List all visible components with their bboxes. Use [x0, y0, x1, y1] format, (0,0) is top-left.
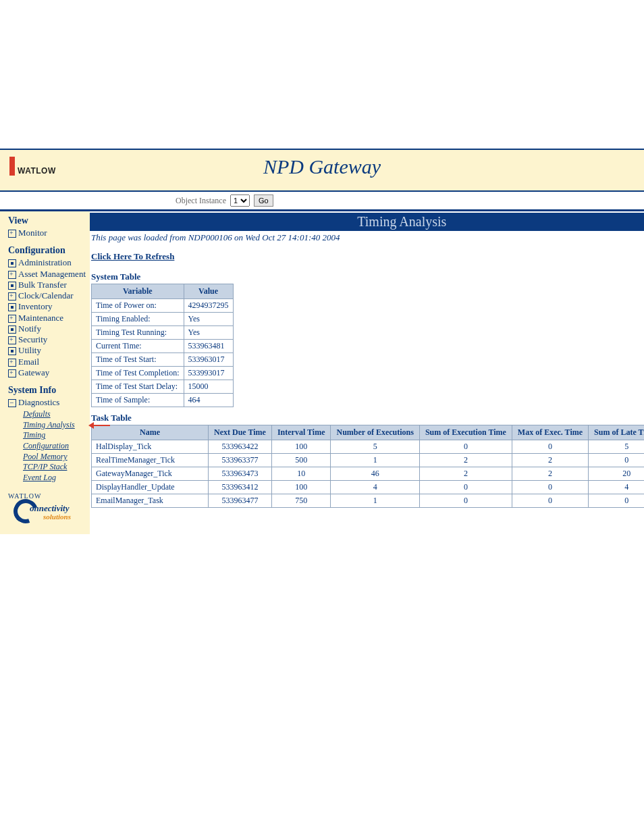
object-instance-select[interactable]: 1: [230, 194, 250, 207]
table-row: RealTimeManager_Tick53396337750012200.43…: [92, 454, 644, 467]
sidebar-item-administration[interactable]: Administration: [8, 257, 86, 268]
tree-minus-icon: [8, 399, 16, 407]
system-col-value: Value: [184, 284, 233, 299]
diagnostics-sub-tcp-ip-stack[interactable]: TCP/IP Stack: [23, 462, 86, 473]
task-next-due: 533963422: [209, 440, 272, 454]
task-sum-late: 4: [589, 481, 644, 494]
sidebar-item-maintenance[interactable]: Maintenance: [8, 313, 86, 323]
task-sum-exec: 0: [419, 494, 512, 508]
task-sum-late: 0: [589, 494, 644, 508]
table-row: Timing Enabled:Yes: [92, 313, 234, 326]
task-max-exec: 2: [512, 454, 588, 467]
task-next-due: 533963377: [209, 454, 272, 467]
system-variable: Time of Power on:: [92, 299, 184, 313]
system-value: Yes: [184, 326, 233, 340]
task-sum-exec: 2: [419, 467, 512, 481]
table-row: Time of Sample:464: [92, 394, 234, 407]
task-interval: 100: [271, 440, 331, 454]
tree-plus-icon: [8, 271, 16, 279]
system-col-variable: Variable: [92, 284, 184, 299]
task-name: GatewayManager_Tick: [92, 467, 209, 481]
sidebar-item-bulk-transfer[interactable]: Bulk Transfer: [8, 280, 86, 290]
system-value: 464: [184, 394, 233, 407]
system-table-heading: System Table: [91, 271, 644, 282]
refresh-link[interactable]: Click Here To Refresh: [91, 251, 174, 261]
task-col-sum-exec: Sum of Execution Time: [419, 425, 512, 440]
sidebar-item-label: Clock/Calendar: [18, 290, 74, 301]
task-executions: 5: [331, 440, 419, 454]
sidebar-item-monitor[interactable]: Monitor: [8, 228, 86, 238]
tree-plus-icon: [8, 230, 16, 238]
sidebar-item-notify[interactable]: Notify: [8, 323, 86, 334]
task-sum-exec: 0: [419, 481, 512, 494]
tree-plus-icon: [8, 292, 16, 301]
object-instance-bar: Object Instance 1 Go: [0, 192, 644, 211]
task-table: Name Next Due Time Interval Time Number …: [91, 425, 644, 508]
system-variable: Timing Test Running:: [92, 326, 184, 340]
task-col-next-due: Next Due Time: [209, 425, 272, 440]
sidebar-heading-configuration: Configuration: [8, 245, 86, 256]
sidebar-item-label: Security: [18, 334, 47, 344]
table-row: Time of Power on:4294937295: [92, 299, 234, 313]
task-next-due: 533963477: [209, 494, 272, 508]
system-variable: Time of Sample:: [92, 394, 184, 407]
sidebar-item-label: Gateway: [18, 367, 49, 377]
task-sum-late: 5: [589, 440, 644, 454]
sidebar-item-clock-calendar[interactable]: Clock/Calendar: [8, 290, 86, 301]
system-value: 533963017: [184, 353, 233, 367]
table-row: Timing Test Running:Yes: [92, 326, 234, 340]
tree-plus-icon: [8, 315, 16, 323]
sidebar-item-email[interactable]: Email: [8, 357, 86, 367]
sidebar-item-asset-management[interactable]: Asset Management: [8, 269, 86, 280]
sidebar-item-label: Maintenance: [18, 313, 63, 323]
sidebar-item-inventory[interactable]: Inventory: [8, 301, 86, 312]
task-sum-exec: 2: [419, 454, 512, 467]
sidebar-item-label: Email: [18, 357, 39, 367]
system-value: Yes: [184, 313, 233, 326]
diagnostics-sub-defaults[interactable]: Defaults: [23, 409, 86, 420]
current-page-arrow-icon: [91, 423, 110, 428]
go-button[interactable]: Go: [254, 194, 273, 207]
sidebar-item-gateway[interactable]: Gateway: [8, 367, 86, 378]
task-interval: 500: [271, 454, 331, 467]
task-table-heading: Task Table: [91, 413, 644, 423]
diagnostics-sub-timing-analysis[interactable]: Timing Analysis: [23, 420, 86, 431]
tree-plus-icon: [8, 359, 16, 367]
task-next-due: 533963412: [209, 481, 272, 494]
sidebar-item-label: Asset Management: [18, 269, 86, 279]
object-instance-label: Object Instance: [176, 196, 226, 206]
task-col-executions: Number of Executions: [331, 425, 419, 440]
connectivity-text-2: solutions: [43, 513, 71, 521]
header-banner: WATLOW NPD Gateway: [0, 149, 644, 192]
sidebar-item-label: Bulk Transfer: [18, 280, 67, 290]
task-max-exec: 2: [512, 467, 588, 481]
task-executions: 4: [331, 481, 419, 494]
diagnostics-sub-pool-memory[interactable]: Pool Memory: [23, 452, 86, 463]
task-name: DisplayHandler_Update: [92, 481, 209, 494]
sidebar: View Monitor Configuration Administratio…: [0, 211, 90, 534]
diagnostics-sub-event-log[interactable]: Event Log: [23, 473, 86, 484]
sidebar-item-label: Notify: [18, 323, 41, 334]
table-row: Time of Test Start Delay:15000: [92, 380, 234, 394]
tree-dot-icon: [8, 325, 16, 334]
diagnostics-sub-timing-configuration[interactable]: Timing Configuration: [23, 430, 86, 451]
system-value: 533963481: [184, 340, 233, 353]
system-value: 15000: [184, 380, 233, 394]
main-content: Timing Analysis This page was loaded fro…: [90, 211, 644, 513]
task-interval: 750: [271, 494, 331, 508]
tree-dot-icon: [8, 303, 16, 311]
sidebar-item-label: Administration: [18, 257, 72, 267]
table-row: GatewayManager_Tick533963473104622200.43…: [92, 467, 644, 481]
sidebar-item-diagnostics[interactable]: Diagnostics: [8, 397, 86, 408]
task-name: EmailManager_Task: [92, 494, 209, 508]
system-variable: Time of Test Start Delay:: [92, 380, 184, 394]
tree-plus-icon: [8, 336, 16, 344]
task-next-due: 533963473: [209, 467, 272, 481]
table-row: DisplayHandler_Update53396341210040040%: [92, 481, 644, 494]
tree-plus-icon: [8, 369, 16, 377]
sidebar-item-utility[interactable]: Utility: [8, 345, 86, 356]
sidebar-item-security[interactable]: Security: [8, 334, 86, 345]
tree-dot-icon: [8, 282, 16, 290]
system-variable: Current Time:: [92, 340, 184, 353]
tree-dot-icon: [8, 259, 16, 267]
